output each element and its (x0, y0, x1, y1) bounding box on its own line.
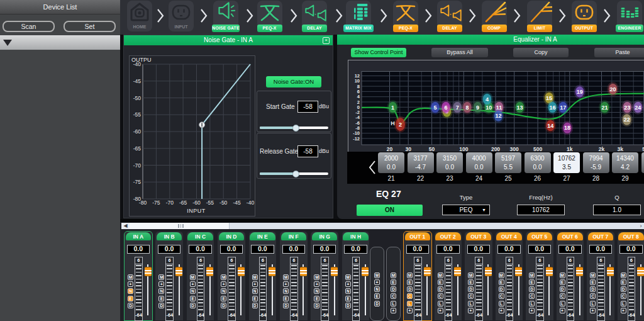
svg-text:200: 200 (491, 145, 500, 152)
svg-text:-65: -65 (179, 200, 187, 206)
svg-text:18: 18 (564, 125, 570, 131)
svg-text:-75: -75 (133, 179, 142, 185)
svg-text:16: 16 (549, 104, 555, 110)
svg-text:-70: -70 (166, 200, 174, 206)
svg-text:-40: -40 (247, 200, 255, 206)
svg-text:INPUT: INPUT (187, 208, 206, 214)
svg-text:300: 300 (510, 145, 519, 152)
svg-text:-12: -12 (353, 135, 360, 141)
svg-text:50: 50 (429, 145, 435, 152)
svg-text:24: 24 (635, 104, 641, 110)
svg-text:2: 2 (399, 121, 402, 127)
svg-text:-50: -50 (133, 95, 142, 101)
svg-text:22: 22 (624, 116, 630, 123)
svg-text:23: 23 (624, 104, 630, 110)
svg-text:-75: -75 (152, 200, 160, 206)
svg-text:-40: -40 (133, 61, 142, 67)
svg-text:4: 4 (486, 96, 489, 102)
svg-text:6: 6 (444, 104, 447, 110)
svg-text:-70: -70 (133, 162, 142, 169)
svg-text:30: 30 (405, 145, 411, 152)
svg-text:-80: -80 (139, 200, 147, 206)
svg-text:3k: 3k (617, 145, 623, 152)
svg-text:-50: -50 (219, 200, 228, 206)
svg-text:17: 17 (560, 104, 566, 110)
svg-text:14: 14 (547, 122, 553, 128)
svg-text:5: 5 (433, 104, 436, 110)
svg-text:15: 15 (546, 94, 552, 101)
svg-text:H: H (391, 120, 395, 126)
svg-text:20: 20 (387, 145, 393, 152)
svg-text:-60: -60 (133, 128, 142, 135)
svg-text:-60: -60 (192, 200, 201, 206)
svg-text:-55: -55 (206, 200, 214, 206)
svg-text:-45: -45 (233, 200, 241, 206)
svg-text:-45: -45 (133, 78, 142, 84)
svg-text:9: 9 (476, 104, 479, 110)
svg-text:21: 21 (601, 104, 608, 110)
svg-text:100: 100 (459, 145, 468, 152)
svg-text:500: 500 (533, 145, 542, 152)
svg-text:-65: -65 (133, 145, 142, 152)
svg-text:20: 20 (609, 86, 616, 92)
svg-text:7: 7 (456, 104, 459, 110)
svg-text:12: 12 (495, 113, 501, 119)
svg-text:-55: -55 (133, 111, 142, 118)
svg-text:1k: 1k (567, 145, 573, 152)
svg-text:1: 1 (391, 104, 394, 110)
svg-text:2k: 2k (599, 145, 605, 152)
svg-text:13: 13 (516, 104, 523, 110)
svg-text:19: 19 (577, 88, 583, 94)
svg-text:8: 8 (465, 104, 469, 110)
